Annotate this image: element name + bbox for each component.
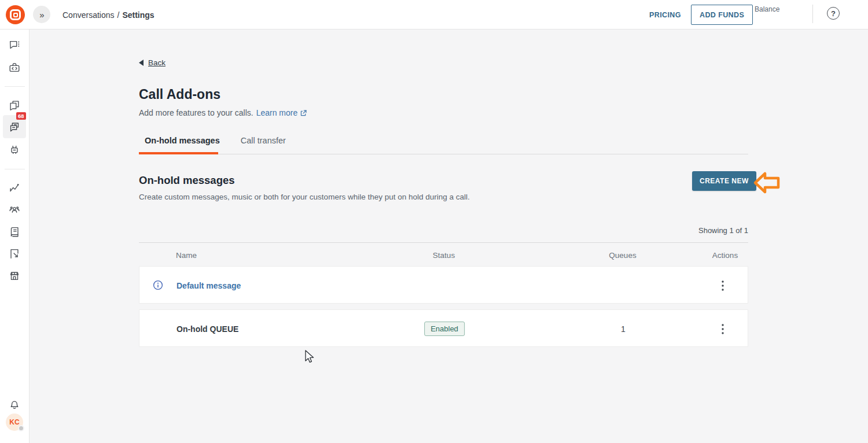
column-header-name: Name [176,251,197,260]
tab-on-hold-messages[interactable]: On-hold messages [139,136,226,153]
breadcrumb-separator: / [117,10,120,20]
app-logo-icon[interactable] [6,5,25,24]
sidebar-item-conversations[interactable] [3,34,26,57]
book-icon [8,226,21,238]
column-header-queues: Queues [609,251,636,260]
breadcrumb: Conversations / Settings [62,0,155,29]
sidebar-item-inbox[interactable]: 68 [3,115,26,138]
row-actions-menu-button[interactable] [717,310,729,348]
section-description: Create custom messages, music or both fo… [139,193,470,201]
messages-stack-icon [8,120,21,133]
create-new-button[interactable]: CREATE NEW [692,171,756,191]
row-queues-count: 1 [621,310,626,348]
flag-cursor-icon [8,248,21,260]
subtitle-text: Add more features to your calls. [139,108,253,117]
learn-more-label: Learn more [256,108,298,117]
add-funds-button[interactable]: ADD FUNDS [691,5,753,25]
table-top-divider [139,242,748,243]
sidebar-item-developer-tools[interactable] [3,56,26,79]
sidebar-item-knowledge-base[interactable] [3,220,26,243]
annotation-arrow-left-icon [753,169,781,196]
sidebar-item-marketplace[interactable] [3,264,26,287]
inbox-unread-badge: 68 [16,112,26,120]
avatar-status-dot [18,425,24,431]
info-icon[interactable] [153,280,163,290]
topbar-divider [812,5,813,23]
chevron-double-right-icon: » [39,10,43,20]
row-name-link[interactable]: Default message [176,281,241,290]
sidebar-divider [5,169,25,169]
balance-label: Balance [755,5,779,13]
question-mark-icon: ? [831,9,836,18]
back-button[interactable]: Back [139,58,165,67]
sidebar-item-forms[interactable] [3,242,26,265]
bell-icon [8,399,21,412]
learn-more-link[interactable]: Learn more [256,108,308,117]
top-bar: » Conversations / Settings PRICING ADD F… [0,0,868,29]
line-chart-icon [8,181,21,194]
page-subtitle: Add more features to your calls. Learn m… [139,108,307,117]
breadcrumb-page: Settings [122,10,154,20]
toolbox-code-icon [8,61,21,74]
kebab-menu-icon [722,324,724,334]
active-tab-underline [139,152,218,154]
sidebar-item-chatbots[interactable] [3,138,26,161]
chat-bubble-dots-icon [8,39,21,51]
status-badge: Enabled [424,322,465,336]
table-row: Default message [139,266,748,304]
row-name-text: On-hold QUEUE [176,324,238,334]
showing-count: Showing 1 of 1 [698,226,748,235]
bot-icon [8,143,21,156]
kebab-menu-icon [722,280,724,291]
tab-bar: On-hold messages Call transfer [139,136,292,153]
tab-bar-baseline [139,154,748,154]
back-label: Back [148,58,165,67]
triangle-left-icon [139,60,144,66]
sidebar: 68 [0,29,30,443]
external-link-icon [300,109,307,117]
section-title: On-hold messages [139,174,235,187]
column-header-status: Status [433,251,455,260]
storefront-icon [8,270,21,282]
pricing-link[interactable]: PRICING [649,0,681,29]
sidebar-expand-button[interactable]: » [33,6,50,23]
table-row: On-hold QUEUE Enabled 1 [139,309,748,347]
duplicate-chat-icon [8,99,21,112]
row-actions-menu-button[interactable] [717,267,729,304]
people-icon [8,204,21,216]
sidebar-divider [5,86,25,87]
column-header-actions: Actions [712,251,738,260]
mouse-cursor [304,350,315,364]
sidebar-item-people[interactable] [3,198,26,221]
page-title: Call Add-ons [139,87,220,102]
tab-call-transfer[interactable]: Call transfer [235,136,292,153]
breadcrumb-section[interactable]: Conversations [62,10,115,20]
avatar-initials: KC [9,418,19,426]
sidebar-item-analytics[interactable] [3,176,26,199]
help-button[interactable]: ? [827,7,840,20]
